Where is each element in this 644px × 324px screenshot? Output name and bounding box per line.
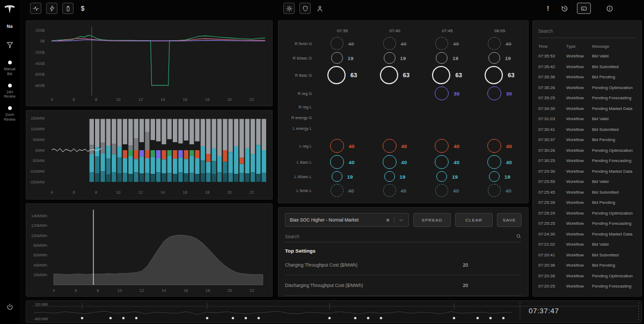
svg-text:60MWh: 60MWh: [33, 253, 47, 257]
svg-text:10: 10: [116, 190, 120, 195]
bid-circle-cell[interactable]: 40: [473, 184, 526, 197]
price-chart[interactable]: 200$0$-200$-400$-600$-800$46810121416182…: [28, 23, 270, 104]
bid-circle-cell[interactable]: 30: [473, 86, 526, 100]
info-icon-button[interactable]: [605, 3, 614, 14]
bid-circle-cell[interactable]: 19: [316, 171, 369, 182]
mode-radio-zoom-review[interactable]: Zoom Review: [1, 106, 18, 122]
log-row[interactable]: 07:35:42WorkflowBid Submitted: [538, 62, 636, 72]
mode-radio-24h-review[interactable]: 24H Review: [1, 84, 18, 100]
clear-preset-icon[interactable]: ×: [386, 217, 390, 223]
preset-dropdown[interactable]: Bias SOC Higher - Normal Market ×: [285, 213, 409, 227]
user-icon-button[interactable]: [316, 3, 324, 14]
log-row[interactable]: 07:35:25WorkflowPending Forecasting: [538, 93, 636, 104]
card-icon-button[interactable]: [577, 3, 591, 14]
log-row[interactable]: 07:25:39WorkflowBid Pending: [538, 197, 636, 208]
radio-dot-icon[interactable]: [8, 84, 12, 87]
log-row[interactable]: 07:21:02WorkflowBid Valid: [538, 239, 636, 250]
bid-circle-icon: [332, 171, 342, 182]
setting-row[interactable]: Discharging Throughput Cost ($/MWh)20: [285, 275, 522, 296]
soc-chart[interactable]: 140MWh120MWh100MWh80MWh60MWh40MWh20MWh46…: [28, 205, 270, 294]
log-row[interactable]: 07:20:36WorkflowBid Pending: [538, 260, 636, 271]
timeline-panel[interactable]: 100 MW -400 MW 07:37:47: [26, 300, 642, 323]
history-icon-button[interactable]: [560, 3, 569, 14]
clear-button[interactable]: CLEAR: [455, 213, 493, 227]
log-row[interactable]: 07:30:25WorkflowPending Forecasting: [538, 156, 636, 166]
setting-row[interactable]: Charging Throughput Cost ($/MWh)20: [285, 255, 522, 275]
radio-dot-icon[interactable]: [8, 106, 12, 110]
bid-circle-cell[interactable]: 40: [369, 155, 421, 169]
svg-text:150MW: 150MW: [31, 116, 45, 121]
log-row[interactable]: 07:25:45WorkflowBid Submitted: [538, 187, 636, 198]
setting-value[interactable]: 20: [463, 283, 522, 288]
dollar-icon-button[interactable]: $: [78, 3, 87, 14]
sun-icon-button[interactable]: [283, 3, 295, 14]
log-row[interactable]: 07:35:36WorkflowBid Pending: [538, 72, 636, 83]
bid-circle-cell[interactable]: 19: [473, 52, 526, 64]
bid-circle-cell[interactable]: 40: [421, 37, 474, 50]
shield-icon-button[interactable]: [299, 3, 311, 14]
log-row[interactable]: 07:30:37WorkflowBid Pending: [538, 135, 636, 145]
bid-circle-cell[interactable]: 30: [421, 86, 474, 100]
log-row[interactable]: 07:35:26WorkflowPending Optimization: [538, 83, 636, 93]
mode-radio-manual-bid[interactable]: Manual Bid: [1, 61, 18, 77]
log-row[interactable]: 07:30:41WorkflowBid Submitted: [538, 124, 636, 135]
lightning-icon-button[interactable]: [46, 3, 57, 14]
bid-circle-cell[interactable]: 40: [473, 139, 526, 153]
log-row[interactable]: 07:25:55WorkflowBid Valid: [538, 176, 636, 187]
activity-icon-button[interactable]: [30, 3, 41, 14]
log-row[interactable]: 07:24:30WorkflowPending Market Data: [538, 229, 636, 240]
bid-circle-cell[interactable]: 19: [421, 52, 474, 64]
log-row[interactable]: 07:31:03WorkflowBid Valid: [538, 114, 636, 124]
bid-circle-cell[interactable]: 19: [421, 171, 474, 182]
filter-icon[interactable]: [6, 41, 14, 49]
bid-circle-cell[interactable]: 19: [369, 52, 421, 64]
spread-button[interactable]: SPREAD: [413, 213, 451, 227]
log-row[interactable]: 07:34:30WorkflowPending Market Data: [538, 104, 636, 114]
bid-circle-cell[interactable]: 40: [369, 37, 421, 50]
log-row[interactable]: 07:29:30WorkflowPending Market Data: [538, 166, 636, 177]
bid-circle-cell[interactable]: 40: [473, 37, 526, 50]
alert-icon-button[interactable]: !: [544, 3, 552, 14]
bid-circle-cell[interactable]: 63: [316, 66, 369, 84]
bid-circle-cell[interactable]: 63: [473, 66, 526, 84]
log-row[interactable]: 07:20:26WorkflowPending Optimization: [538, 271, 636, 282]
bid-circle-cell[interactable]: 63: [369, 66, 421, 84]
bid-circle-cell[interactable]: 19: [473, 171, 526, 182]
bid-circle-cell[interactable]: 40: [421, 184, 474, 197]
settings-search-input[interactable]: [285, 234, 516, 239]
chevron-down-icon[interactable]: [394, 217, 404, 223]
bid-circle-cell[interactable]: 40: [316, 184, 369, 197]
battery-icon-button[interactable]: [62, 3, 74, 14]
bid-circle-cell[interactable]: 40: [316, 37, 369, 50]
bid-circle-icon: [383, 139, 397, 153]
radio-dot-icon[interactable]: [8, 61, 12, 64]
price-chart-panel: 200$0$-200$-400$-600$-800$46810121416182…: [26, 20, 273, 106]
log-search-input[interactable]: [538, 28, 598, 34]
log-row[interactable]: 07:20:41WorkflowBid Submitted: [538, 250, 636, 261]
bid-circle-cell[interactable]: 40: [473, 155, 526, 169]
power-icon[interactable]: [6, 303, 14, 311]
log-column-header[interactable]: Message: [592, 44, 636, 49]
tesla-logo-icon[interactable]: [4, 3, 16, 17]
bid-value: 40: [453, 41, 459, 47]
bid-circle-cell[interactable]: 19: [369, 171, 421, 182]
log-column-header[interactable]: Time: [538, 44, 566, 49]
bid-circle-cell[interactable]: 40: [421, 139, 474, 153]
bid-circle-cell[interactable]: 19: [316, 52, 369, 64]
bid-circle-cell[interactable]: 40: [421, 155, 474, 169]
log-row[interactable]: 07:35:53WorkflowBid Valid: [538, 51, 636, 62]
bid-circle-cell[interactable]: 40: [369, 184, 421, 197]
setting-value[interactable]: 20: [463, 262, 522, 268]
bid-circle-cell[interactable]: 40: [369, 139, 421, 153]
save-button[interactable]: SAVE: [497, 213, 522, 227]
bid-circle-cell[interactable]: 63: [421, 66, 474, 84]
log-row[interactable]: 07:30:26WorkflowPending Optimization: [538, 145, 636, 156]
power-dispatch-chart[interactable]: 150MW100MW50MW0MW-50MW-100MW-150MW468101…: [28, 112, 270, 197]
log-column-header[interactable]: Type: [566, 44, 592, 49]
log-row[interactable]: 07:25:29WorkflowPending Optimization: [538, 208, 636, 219]
log-row[interactable]: 07:25:25WorkflowPending Forecasting: [538, 218, 636, 229]
bid-circle-cell[interactable]: 40: [316, 155, 369, 169]
svg-text:50MW: 50MW: [33, 137, 45, 142]
bid-circle-cell[interactable]: 40: [316, 139, 369, 153]
log-row[interactable]: 07:20:25WorkflowPending Forecasting: [538, 281, 636, 292]
